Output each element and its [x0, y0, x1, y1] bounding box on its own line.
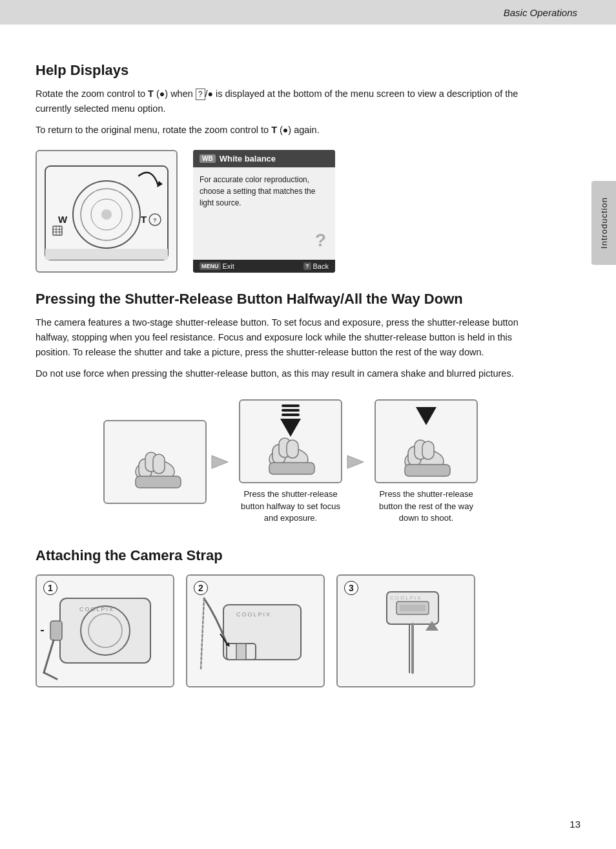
svg-rect-20 — [136, 476, 181, 488]
shutter-col-1 — [103, 420, 207, 504]
svg-rect-15 — [45, 249, 168, 260]
shutter-img-3 — [375, 399, 478, 483]
shutter-col-2: Press the shutter-release button halfway… — [239, 399, 342, 524]
strap-num-3: 3 — [344, 581, 358, 595]
back-q-key: ? — [303, 262, 311, 270]
wb-icon: WB — [200, 154, 216, 163]
arrow-right-1 — [207, 449, 239, 475]
strap-img-2: 2 COOLPIX — [186, 574, 325, 687]
svg-rect-51 — [400, 605, 426, 611]
svg-rect-19 — [153, 454, 165, 474]
svg-text:COOLPIX: COOLPIX — [236, 611, 271, 618]
strap-img-1: 1 COOLPIX — [36, 574, 174, 687]
camera-zoom-illustration: W T ? — [36, 150, 178, 273]
menu-exit: MENU Exit — [200, 262, 234, 270]
strap-row: 1 COOLPIX 2 — [36, 574, 546, 687]
section1-para2: To return to the original menu, rotate t… — [36, 123, 546, 138]
svg-text:W: W — [58, 214, 68, 225]
svg-rect-46 — [236, 644, 246, 660]
svg-line-41 — [44, 640, 54, 673]
exit-label: Exit — [223, 262, 234, 270]
menu-body: For accurate color reproduction, choose … — [193, 167, 335, 260]
svg-rect-34 — [405, 465, 450, 476]
svg-point-4 — [101, 209, 112, 220]
menu-footer: MENU Exit ? Back — [193, 260, 335, 273]
shutter-col-3: Press the shutter-release button the res… — [375, 399, 478, 524]
menu-header-text: White balance — [220, 154, 276, 163]
shutter-caption-1: Press the shutter-release button halfway… — [239, 488, 342, 524]
svg-marker-21 — [212, 456, 228, 468]
svg-rect-38 — [50, 621, 62, 640]
page-number: 13 — [570, 819, 580, 830]
svg-rect-27 — [269, 463, 314, 474]
svg-marker-28 — [347, 456, 364, 468]
strap-num-2: 2 — [194, 581, 208, 595]
strap-num-1: 1 — [43, 581, 57, 595]
svg-text:T: T — [141, 214, 147, 225]
shutter-caption-2: Press the shutter-release button the res… — [375, 488, 478, 524]
shutter-img-1 — [103, 420, 207, 504]
arrow-right-2 — [342, 449, 375, 475]
svg-line-42 — [44, 673, 57, 679]
help-display-row: W T ? WB Whi — [36, 150, 546, 273]
header-bar: Basic Operations — [0, 0, 616, 25]
section3-title: Attaching the Camera Strap — [36, 547, 546, 564]
svg-text:?: ? — [153, 217, 157, 224]
svg-rect-26 — [287, 440, 298, 458]
strap-img-3: 3 COOLPIX — [336, 574, 475, 687]
shutter-img-2 — [239, 399, 342, 483]
svg-text:COOLPIX: COOLPIX — [390, 595, 422, 601]
back-label: Back — [313, 262, 329, 270]
side-tab: Introduction — [591, 181, 616, 265]
section2-para1: The camera features a two-stage shutter-… — [36, 315, 546, 361]
shutter-row: Press the shutter-release button halfway… — [36, 399, 546, 524]
side-tab-label: Introduction — [599, 197, 609, 249]
section2-title: Pressing the Shutter-Release Button Half… — [36, 291, 546, 308]
section2-para2: Do not use force when pressing the shutt… — [36, 366, 546, 381]
main-content: Help Displays Rotate the zoom control to… — [0, 25, 581, 713]
svg-text:COOLPIX: COOLPIX — [79, 606, 114, 613]
header-title: Basic Operations — [504, 7, 577, 18]
menu-question-mark: ? — [315, 230, 326, 251]
svg-rect-6 — [53, 226, 62, 235]
svg-rect-33 — [422, 441, 434, 459]
section1-title: Help Displays — [36, 62, 546, 79]
menu-key: MENU — [200, 262, 221, 270]
menu-screen-illustration: WB White balance For accurate color repr… — [193, 150, 335, 273]
menu-back: ? Back — [303, 262, 329, 270]
menu-body-text: For accurate color reproduction, choose … — [200, 174, 329, 209]
menu-header: WB White balance — [193, 150, 335, 167]
section1-para1: Rotate the zoom control to T (●) when ?/… — [36, 87, 546, 116]
